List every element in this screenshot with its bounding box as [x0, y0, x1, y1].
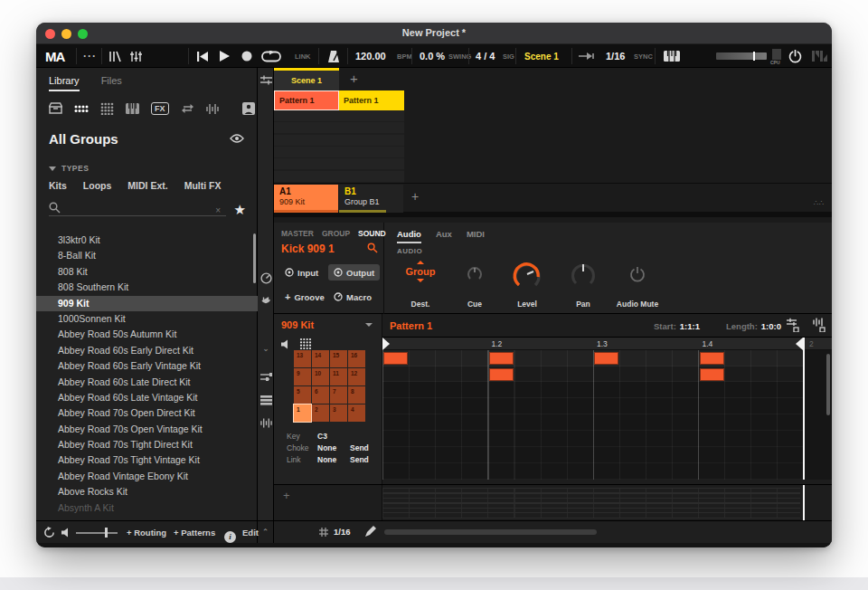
audio-engine-power-icon[interactable] — [788, 44, 802, 68]
pattern-slot-column[interactable] — [274, 110, 339, 183]
user-content-icon[interactable] — [242, 102, 255, 115]
pad-choke-row[interactable]: ChokeNoneSend — [287, 443, 369, 452]
arranger-view-icon[interactable] — [258, 75, 274, 86]
groups-filter-icon[interactable] — [74, 104, 89, 113]
quick-browse-icon[interactable] — [367, 243, 378, 253]
pad-15[interactable]: 15 — [330, 350, 347, 367]
swing-value[interactable]: 0.0 % — [420, 44, 445, 68]
prehear-volume-thumb[interactable] — [105, 528, 108, 538]
pad-grid-mode-icon[interactable] — [299, 338, 312, 350]
samples-filter-icon[interactable] — [206, 103, 219, 115]
sounds-filter-icon[interactable] — [100, 102, 114, 115]
pattern-title[interactable]: Pattern 1 — [390, 320, 432, 331]
pencil-edit-icon[interactable] — [364, 526, 376, 538]
keyboard-view-icon[interactable] — [258, 395, 274, 406]
collapse-channel-icon[interactable]: ⌄ — [258, 344, 274, 353]
pad-14[interactable]: 14 — [312, 350, 329, 367]
list-item[interactable]: Abbey Road 60s Late Vintage Kit — [36, 390, 258, 405]
list-item[interactable]: Abbey Road 70s Tight Vintage Kit — [36, 452, 258, 468]
tab-sound[interactable]: SOUND — [358, 229, 386, 238]
list-item[interactable]: Abbey Road 60s Late Direct Kit — [36, 375, 258, 390]
output-button[interactable]: Output — [328, 264, 380, 281]
prehear-volume-slider[interactable] — [76, 532, 118, 534]
horizontal-scrollbar[interactable] — [384, 529, 597, 535]
search-input[interactable] — [49, 200, 226, 216]
list-item[interactable]: Abbey Road 70s Open Vintage Kit — [36, 422, 258, 437]
quantize-value[interactable]: 1/16 — [606, 44, 625, 68]
note-event[interactable] — [700, 352, 724, 365]
pattern-vertical-scrollbar[interactable] — [826, 354, 830, 415]
pad-key-row[interactable]: KeyC3 — [287, 432, 350, 441]
tab-aux[interactable]: Aux — [436, 229, 452, 243]
list-item[interactable]: Above Rocks Kit — [36, 484, 258, 500]
note-event[interactable] — [700, 368, 724, 381]
autoload-icon[interactable] — [43, 527, 55, 538]
sample-editor-icon[interactable] — [258, 417, 274, 429]
tab-group[interactable]: GROUP — [322, 229, 350, 238]
plugin-strip-icon[interactable] — [258, 272, 274, 284]
collapse-lane-icon[interactable]: ⌃ — [258, 521, 274, 544]
add-group-button[interactable]: + — [411, 189, 419, 204]
macro-button[interactable]: Macro — [328, 289, 377, 305]
scene-display[interactable]: Scene 1 — [524, 44, 559, 68]
pad-3[interactable]: 3 — [330, 404, 347, 422]
pad-kit-name[interactable]: 909 Kit — [281, 319, 314, 330]
prehear-volume-icon[interactable] — [61, 528, 71, 538]
pad-1[interactable]: 1 — [294, 404, 311, 422]
note-event[interactable] — [489, 368, 514, 381]
follow-playhead-icon[interactable] — [579, 44, 594, 68]
dest-up-icon[interactable] — [417, 261, 424, 264]
browser-toggle-icon[interactable] — [108, 44, 121, 68]
add-control-lane-button[interactable]: + — [283, 489, 290, 502]
pattern-slot-column[interactable] — [339, 110, 404, 183]
pad-8[interactable]: 8 — [348, 386, 365, 404]
loops-filter-icon[interactable] — [181, 103, 194, 114]
bpm-value[interactable]: 120.00 — [355, 44, 386, 68]
pad-12[interactable]: 12 — [348, 368, 365, 385]
tab-master[interactable]: MASTER — [281, 229, 314, 238]
loop-button[interactable] — [261, 44, 281, 68]
pad-13[interactable]: 13 — [294, 350, 311, 367]
library-scrollbar[interactable] — [253, 233, 256, 283]
dest-value[interactable]: Group — [393, 266, 448, 277]
level-knob[interactable]: Level — [500, 261, 554, 289]
metronome-icon[interactable] — [327, 44, 340, 68]
pad-5[interactable]: 5 — [294, 386, 311, 404]
dest-down-icon[interactable] — [417, 279, 424, 282]
resize-grip-icon[interactable]: ∴∴ — [814, 202, 825, 211]
output-level-meter[interactable] — [716, 52, 767, 60]
cue-knob[interactable]: Cue — [448, 261, 502, 282]
add-patterns-button[interactable]: + Patterns — [174, 528, 215, 538]
groove-button[interactable]: + Groove — [279, 289, 330, 305]
list-item[interactable]: 808 Kit — [36, 264, 258, 280]
control-lane-grid[interactable] — [382, 488, 800, 519]
pattern-timeline[interactable]: 1.21.31.42 — [382, 338, 832, 350]
group-a1[interactable]: A1 909 Kit — [274, 185, 338, 213]
add-scene-button[interactable]: + — [350, 71, 358, 86]
pattern-length[interactable]: Length:1:0:0 — [726, 321, 781, 331]
scene-tab[interactable]: Scene 1 — [274, 68, 339, 90]
skip-to-start-button[interactable] — [197, 44, 208, 68]
type-tag[interactable]: Loops — [83, 180, 112, 191]
mix-view-icon[interactable] — [130, 44, 142, 68]
pad-11[interactable]: 11 — [330, 368, 347, 385]
pad-2[interactable]: 2 — [312, 404, 329, 422]
pattern-cell-b[interactable]: Pattern 1 — [339, 90, 404, 110]
pad-view-icon[interactable] — [258, 372, 274, 383]
list-item[interactable]: Abbey Road Vintage Ebony Kit — [36, 469, 258, 484]
keyboard-icon[interactable] — [664, 44, 680, 68]
effects-filter-icon[interactable]: FX — [151, 102, 169, 115]
clear-search-icon[interactable]: × — [215, 205, 221, 215]
pad-6[interactable]: 6 — [312, 386, 329, 404]
pad-4[interactable]: 4 — [348, 404, 365, 422]
pad-7[interactable]: 7 — [330, 386, 347, 404]
loop-end-marker[interactable] — [796, 338, 803, 350]
overflow-menu-button[interactable]: ··· — [83, 44, 97, 68]
tab-files[interactable]: Files — [101, 75, 122, 91]
type-tag[interactable]: Kits — [49, 180, 67, 191]
list-item[interactable]: Absynth A Kit — [36, 500, 258, 516]
audio-mute-button[interactable]: Audio Mute — [610, 261, 665, 282]
pad-10[interactable]: 10 — [312, 368, 329, 385]
instruments-filter-icon[interactable] — [126, 103, 139, 114]
note-event[interactable] — [383, 352, 408, 365]
